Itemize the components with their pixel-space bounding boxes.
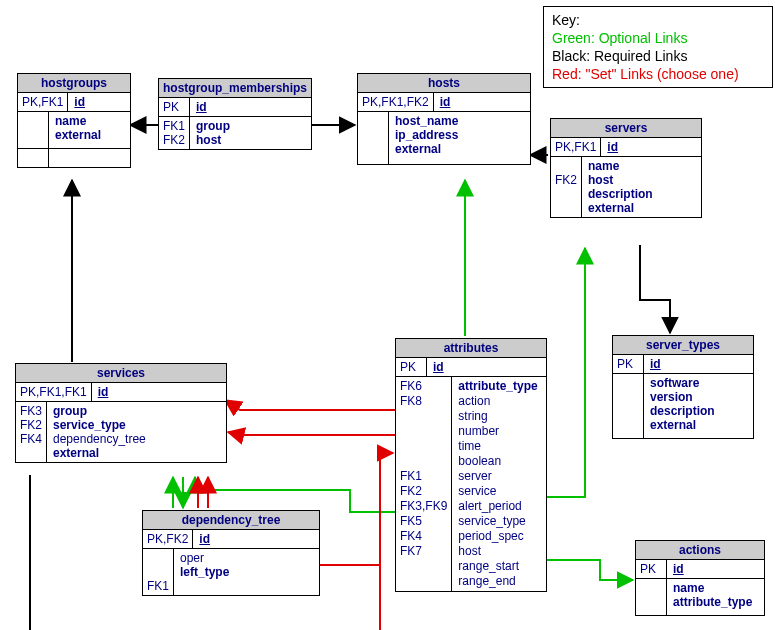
field: server (458, 469, 537, 484)
field: attribute_type (673, 595, 752, 609)
pk-field: id (650, 357, 661, 371)
fk-label: FK5 (400, 514, 447, 529)
field: name (673, 581, 752, 595)
legend-heading: Key: (552, 11, 764, 29)
fk-label: FK1 (163, 119, 185, 133)
entity-hostgroup-memberships: hostgroup_memberships PK id FK1 FK2 grou… (158, 78, 312, 150)
field: range_end (458, 574, 537, 589)
pk-label: PK (613, 355, 644, 373)
pk-field: id (433, 360, 444, 374)
pk-field: id (673, 562, 684, 576)
legend-black: Black: Required Links (552, 47, 764, 65)
field: external (650, 418, 715, 432)
pk-label: PK,FK1,FK1 (16, 383, 92, 401)
pk-label: PK,FK1,FK2 (358, 93, 434, 111)
pk-field: id (196, 100, 207, 114)
pk-label: PK,FK1 (551, 138, 601, 156)
entity-servers: servers PK,FK1 id FK2 name host descript… (550, 118, 702, 218)
pk-label: PK,FK2 (143, 530, 193, 548)
field: number (458, 424, 537, 439)
field: service_type (458, 514, 537, 529)
field: ip_address (395, 128, 458, 142)
entity-title: dependency_tree (143, 511, 319, 530)
entity-attributes: attributes PK id FK6 FK8 FK1 FK2 FK3,FK9… (395, 338, 547, 592)
field: range_start (458, 559, 537, 574)
entity-actions: actions PK id name attribute_type (635, 540, 765, 616)
field: host (196, 133, 236, 147)
field: software (650, 376, 715, 390)
field: host (458, 544, 537, 559)
pk-label: PK,FK1 (18, 93, 68, 111)
fk-label: FK8 (400, 394, 447, 409)
field: time (458, 439, 537, 454)
fk-label: FK7 (400, 544, 447, 559)
fk-label: FK2 (20, 418, 42, 432)
field: service (458, 484, 537, 499)
field: period_spec (458, 529, 537, 544)
entity-title: hosts (358, 74, 530, 93)
field: dependency_tree (53, 432, 146, 446)
entity-title: services (16, 364, 226, 383)
field: description (650, 404, 715, 418)
er-diagram: { "key": { "heading": "Key:", "green": "… (0, 0, 775, 630)
field: boolean (458, 454, 537, 469)
field: host_name (395, 114, 458, 128)
entity-title: attributes (396, 339, 546, 358)
entity-hosts: hosts PK,FK1,FK2 id host_name ip_address… (357, 73, 531, 165)
fk-label: FK2 (163, 133, 185, 147)
pk-field: id (98, 385, 109, 399)
pk-label: PK (159, 98, 190, 116)
fk-label: FK1 (147, 579, 169, 593)
fk-label: FK2 (400, 484, 447, 499)
legend-red: Red: "Set" Links (choose one) (552, 65, 764, 83)
field: action (458, 394, 537, 409)
field: oper (180, 551, 229, 565)
legend-green: Green: Optional Links (552, 29, 764, 47)
pk-label: PK (396, 358, 427, 376)
pk-field: id (440, 95, 451, 109)
field: name (55, 114, 101, 128)
pk-label: PK (636, 560, 667, 578)
field: alert_period (458, 499, 537, 514)
entity-dependency-tree: dependency_tree PK,FK2 id FK1 oper left_… (142, 510, 320, 596)
field: service_type (53, 418, 146, 432)
pk-field: id (607, 140, 618, 154)
fk-label: FK1 (400, 469, 447, 484)
entity-services: services PK,FK1,FK1 id FK3 FK2 FK4 group… (15, 363, 227, 463)
field: string (458, 409, 537, 424)
legend-key: Key: Green: Optional Links Black: Requir… (543, 6, 773, 88)
fk-label: FK2 (555, 173, 577, 187)
field: external (588, 201, 653, 215)
field: external (55, 128, 101, 142)
entity-server-types: server_types PK id software version desc… (612, 335, 754, 439)
fk-label: FK6 (400, 379, 447, 394)
entity-title: servers (551, 119, 701, 138)
field: group (53, 404, 146, 418)
entity-title: hostgroups (18, 74, 130, 93)
fk-label: FK4 (400, 529, 447, 544)
fk-label: FK3,FK9 (400, 499, 447, 514)
fk-label: FK3 (20, 404, 42, 418)
field: external (53, 446, 146, 460)
field: description (588, 187, 653, 201)
entity-title: hostgroup_memberships (159, 79, 311, 98)
pk-field: id (199, 532, 210, 546)
field: attribute_type (458, 379, 537, 394)
entity-title: actions (636, 541, 764, 560)
field: left_type (180, 565, 229, 579)
field: external (395, 142, 458, 156)
entity-hostgroups: hostgroups PK,FK1 id name external (17, 73, 131, 168)
field: version (650, 390, 715, 404)
fk-label: FK4 (20, 432, 42, 446)
field: group (196, 119, 236, 133)
field: name (588, 159, 653, 173)
entity-title: server_types (613, 336, 753, 355)
field: host (588, 173, 653, 187)
pk-field: id (74, 95, 85, 109)
